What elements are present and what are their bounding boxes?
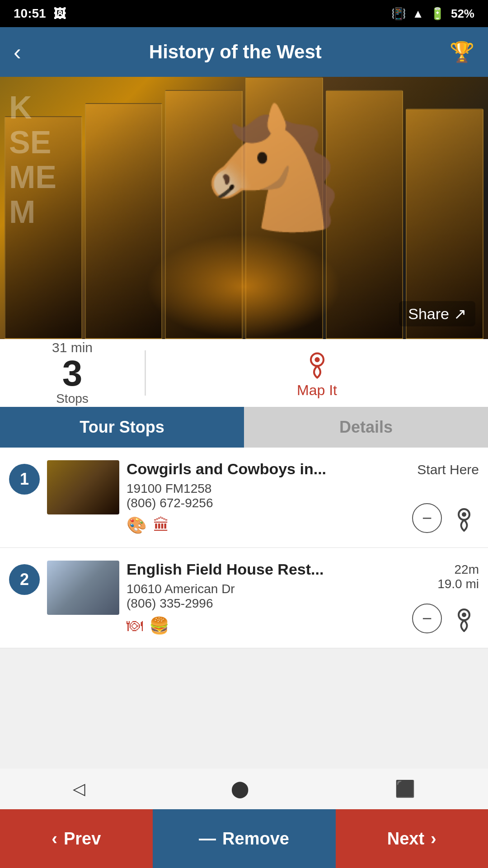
stop-buttons-2: − <box>412 604 479 633</box>
next-arrow-icon: › <box>431 829 436 849</box>
stop-info-1: Cowgirls and Cowboys in... 19100 FM1258 … <box>127 460 412 535</box>
home-system-button[interactable]: ⬤ <box>231 779 249 798</box>
stop-name-2: English Field House Rest... <box>127 561 412 578</box>
prev-label: Prev <box>64 829 101 849</box>
stop-address-1: 19100 FM1258 <box>127 481 412 496</box>
table-row: 2 English Field House Rest... 10610 Amer… <box>0 548 488 648</box>
svg-point-3 <box>462 512 466 517</box>
stats-right[interactable]: Map It <box>146 348 488 399</box>
table-row: 1 Cowgirls and Cowboys in... 19100 FM125… <box>0 448 488 548</box>
stop-distance-2: 22m 19.0 mi <box>437 562 479 591</box>
stop-info-2: English Field House Rest... 10610 Americ… <box>127 561 412 635</box>
stop-thumbnail-1 <box>47 460 119 514</box>
image-icon: 🖼 <box>53 6 66 21</box>
hero-background-text: K SE ME M <box>9 90 56 230</box>
svg-point-5 <box>462 613 466 617</box>
stop-count: 3 <box>62 355 83 392</box>
tab-details[interactable]: Details <box>244 407 488 448</box>
map-pin-icon <box>301 348 333 379</box>
time-display: 10:51 <box>14 6 46 21</box>
share-icon: ↗ <box>454 305 466 323</box>
share-label: Share <box>408 305 449 323</box>
battery-icon: 🔋 <box>430 7 445 21</box>
svg-point-1 <box>314 357 319 362</box>
stop-icons-1: 🎨 🏛 <box>127 516 412 535</box>
remove-stop-1-button[interactable]: − <box>412 503 442 533</box>
back-system-button[interactable]: ◁ <box>73 779 85 798</box>
recents-system-button[interactable]: ⬛ <box>395 779 415 798</box>
hero-image: K SE ME M 🐴 Share ↗ <box>0 77 488 339</box>
system-nav-bar: ◁ ⬤ ⬛ <box>0 769 488 809</box>
wifi-icon: ▲ <box>412 7 424 21</box>
stop-thumbnail-2 <box>47 561 119 615</box>
stop-list: 1 Cowgirls and Cowboys in... 19100 FM125… <box>0 448 488 648</box>
dome-icon: 🍽 <box>127 616 143 635</box>
stop-actions-2: 22m 19.0 mi − <box>412 561 479 635</box>
locate-stop-1-button[interactable] <box>449 503 479 533</box>
remove-stop-2-button[interactable]: − <box>412 604 442 633</box>
share-button[interactable]: Share ↗ <box>399 301 475 326</box>
stop-actions-1: Start Here − <box>412 460 479 535</box>
prev-button[interactable]: ‹ Prev <box>0 809 153 868</box>
battery-percent: 52% <box>451 7 474 21</box>
building-icon: 🏛 <box>153 516 169 535</box>
remove-button[interactable]: — Remove <box>153 809 336 868</box>
status-bar: 10:51 🖼 📳 ▲ 🔋 52% <box>0 0 488 27</box>
trophy-icon: 🏆 <box>450 40 474 64</box>
stop-icons-2: 🍽 🍔 <box>127 616 412 635</box>
stop-name-1: Cowgirls and Cowboys in... <box>127 460 412 478</box>
status-time: 10:51 🖼 <box>14 6 66 21</box>
horse-silhouette: 🐴 <box>200 99 347 237</box>
stop-address-2: 10610 American Dr <box>127 582 412 596</box>
page-title: History of the West <box>149 41 322 63</box>
stop-phone-1: (806) 672-9256 <box>127 496 412 510</box>
burger-icon: 🍔 <box>149 616 169 635</box>
stop-number-2: 2 <box>9 564 40 595</box>
tab-bar: Tour Stops Details <box>0 407 488 448</box>
locate-stop-2-button[interactable] <box>449 604 479 633</box>
remove-label: Remove <box>222 829 289 849</box>
stop-buttons-1: − <box>412 503 479 533</box>
stats-row: 31 min 3 Stops Map It <box>0 339 488 407</box>
status-icons: 📳 ▲ 🔋 52% <box>391 7 474 21</box>
next-label: Next <box>387 829 424 849</box>
prev-arrow-icon: ‹ <box>52 829 57 849</box>
stops-label: Stops <box>56 392 89 406</box>
vibrate-icon: 📳 <box>391 7 406 21</box>
back-button[interactable]: ‹ <box>14 39 21 65</box>
top-nav: ‹ History of the West 🏆 <box>0 27 488 77</box>
tab-tour-stops[interactable]: Tour Stops <box>0 407 244 448</box>
easel-icon: 🎨 <box>127 516 147 535</box>
bottom-nav: ‹ Prev — Remove Next › <box>0 809 488 868</box>
hero-glow <box>146 234 342 339</box>
stop-phone-2: (806) 335-2996 <box>127 596 412 611</box>
map-it-label: Map It <box>297 382 337 399</box>
next-button[interactable]: Next › <box>336 809 488 868</box>
start-here-label: Start Here <box>417 462 479 477</box>
stats-left: 31 min 3 Stops <box>0 331 145 415</box>
remove-dash-icon: — <box>199 829 216 849</box>
stop-number-1: 1 <box>9 464 40 495</box>
